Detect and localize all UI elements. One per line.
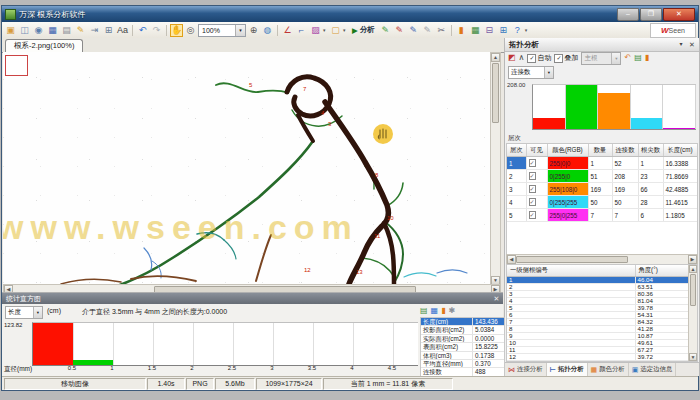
checkbox-icon[interactable]: ✓ (529, 172, 536, 180)
column-header[interactable]: 颜色(RGB) (547, 144, 588, 157)
color-cell[interactable]: 0|255|0 (547, 170, 588, 183)
overlay-checkbox[interactable]: ✓叠加 (554, 53, 578, 63)
angle-row[interactable]: 910.87 (507, 333, 691, 340)
histogram-bar[interactable] (631, 118, 663, 129)
angle-row[interactable]: 1239.72 (507, 354, 691, 361)
scroll-up-arrow[interactable]: ▲ (491, 53, 500, 62)
color-tool-icon[interactable]: ▨ (309, 24, 322, 37)
column-header[interactable]: 数量 (588, 144, 612, 157)
count-cell[interactable]: 7 (588, 209, 612, 222)
angle-table-vscrollbar[interactable]: ▲ ▼ (688, 265, 697, 361)
layer-row[interactable]: 2✓0|255|0512082371.8669 (507, 170, 697, 183)
tips-cell[interactable]: 28 (638, 196, 663, 209)
title-bar[interactable]: 万深 根系分析软件 – ❐ ✕ (2, 6, 698, 22)
column-header[interactable]: 长度(cm) (663, 144, 697, 157)
ruler-icon[interactable]: ⌐ (295, 24, 308, 37)
histogram-bar[interactable] (566, 85, 598, 129)
measure-angle-icon[interactable]: ∠ (281, 24, 294, 37)
angle-cell[interactable]: 80.36 (635, 291, 691, 298)
histogram-bar[interactable] (663, 128, 695, 129)
connections-cell[interactable]: 169 (612, 183, 638, 196)
zoom-level-select[interactable]: 100%▾ (198, 24, 246, 37)
checkbox-icon[interactable]: ✓ (529, 198, 536, 206)
color-cell[interactable]: 0|255|255 (547, 196, 588, 209)
dropdown-arrow-icon[interactable]: ▾ (611, 53, 620, 64)
color-cell[interactable]: 255|108|0 (547, 183, 588, 196)
length-cell[interactable]: 16.3388 (663, 157, 697, 170)
angle-cell[interactable]: 63.51 (635, 284, 691, 291)
dropdown-arrow-icon[interactable]: ▾ (343, 27, 348, 33)
export-chart-icon[interactable]: ▮ (645, 52, 649, 64)
column-header[interactable]: 一级侧根编号 (507, 265, 635, 277)
root-select[interactable]: 主根▾ (581, 52, 621, 65)
export-excel-icon[interactable]: ▤ (634, 52, 642, 64)
color-cell[interactable]: 255|0|255 (547, 209, 588, 222)
canvas-vertical-scrollbar[interactable]: ▲ ▼ (490, 52, 501, 286)
zoom-tool-icon[interactable]: ◎ (184, 24, 197, 37)
cut-icon[interactable]: ✂ (435, 24, 448, 37)
checkbox-icon[interactable]: ✓ (529, 211, 536, 219)
column-header[interactable]: 层次 (507, 144, 526, 157)
grid-icon[interactable]: ⊞ (497, 24, 510, 37)
preview-icon[interactable]: ◍ (261, 24, 274, 37)
pen-gray-icon[interactable]: ✎ (421, 24, 434, 37)
angle-row[interactable]: 841.28 (507, 326, 691, 333)
dropdown-arrow-icon[interactable]: ▾ (235, 25, 245, 36)
stat-row[interactable]: 实际面积(cm2)0.0000 (421, 335, 504, 343)
pen-blue-icon[interactable]: ✎ (407, 24, 420, 37)
root-id-cell[interactable]: 3 (507, 291, 635, 298)
histogram-bar[interactable] (533, 118, 565, 129)
tips-cell[interactable]: 1 (638, 157, 663, 170)
document-tab[interactable]: 根系-2.png(100%) (5, 39, 83, 52)
maximize-button[interactable]: ❐ (640, 8, 662, 21)
stat-row[interactable]: 长度(cm)143.436 (421, 318, 504, 326)
column-header[interactable]: 可见 (526, 144, 547, 157)
angle-cell[interactable]: 39.78 (635, 305, 691, 312)
checkbox-icon[interactable]: ✓ (529, 159, 536, 167)
angle-row[interactable]: 539.78 (507, 305, 691, 312)
pen-red-icon[interactable]: ✎ (393, 24, 406, 37)
layers-icon[interactable]: ⊟ (483, 24, 496, 37)
tab-拓扑分析[interactable]: ⊢拓扑分析 (547, 363, 588, 376)
root-id-cell[interactable]: 11 (507, 347, 635, 354)
root-id-cell[interactable]: 4 (507, 298, 635, 305)
shape-tool-icon[interactable]: ▢ (329, 24, 342, 37)
dropdown-arrow-icon[interactable]: ▾ (323, 27, 328, 33)
hand-tool-icon[interactable]: ✋ (170, 24, 183, 37)
length-cell[interactable]: 42.4885 (663, 183, 697, 196)
layer-row[interactable]: 5✓255|0|2557761.1805 (507, 209, 697, 222)
export-excel-icon[interactable]: ▦ (431, 306, 439, 316)
angle-row[interactable]: 1167.27 (507, 347, 691, 354)
visible-cell[interactable]: ✓ (526, 157, 547, 170)
scroll-down-arrow[interactable]: ▼ (689, 353, 697, 361)
layer-cell[interactable]: 2 (507, 170, 526, 183)
undo-analysis-icon[interactable]: ↶ (624, 52, 631, 64)
layer-row[interactable]: 1✓255|0|0152116.3388 (507, 157, 697, 170)
histogram-bar[interactable] (33, 323, 73, 365)
tab-颜色分析[interactable]: ▦颜色分析 (588, 363, 629, 376)
connections-cell[interactable]: 52 (612, 157, 638, 170)
angle-cell[interactable]: 46.04 (635, 277, 691, 284)
layer-row[interactable]: 4✓0|255|25550502811.4615 (507, 196, 697, 209)
visible-cell[interactable]: ✓ (526, 183, 547, 196)
tab-选定边信息[interactable]: ▣选定边信息 (629, 363, 677, 376)
dropdown-arrow-icon[interactable]: ▾ (544, 67, 553, 78)
angle-cell[interactable]: 81.04 (635, 298, 691, 305)
angle-row[interactable]: 481.04 (507, 298, 691, 305)
tips-cell[interactable]: 23 (638, 170, 663, 183)
open-image-icon[interactable]: ▣ (4, 24, 17, 37)
count-cell[interactable]: 50 (588, 196, 612, 209)
count-cell[interactable]: 51 (588, 170, 612, 183)
root-id-cell[interactable]: 2 (507, 284, 635, 291)
tips-cell[interactable]: 6 (638, 209, 663, 222)
batch-open-icon[interactable]: ◫ (18, 24, 31, 37)
angle-row[interactable]: 1049.61 (507, 340, 691, 347)
panel-close-icon[interactable]: ✕ (492, 293, 501, 304)
visible-cell[interactable]: ✓ (526, 170, 547, 183)
layer-row[interactable]: 3✓255|108|01691696642.4885 (507, 183, 697, 196)
visible-cell[interactable]: ✓ (526, 196, 547, 209)
pick-node-icon[interactable]: ◩ (508, 52, 516, 64)
scroll-up-arrow[interactable]: ▲ (689, 265, 697, 273)
save-icon[interactable]: ▦ (46, 24, 59, 37)
connections-cell[interactable]: 50 (612, 196, 638, 209)
